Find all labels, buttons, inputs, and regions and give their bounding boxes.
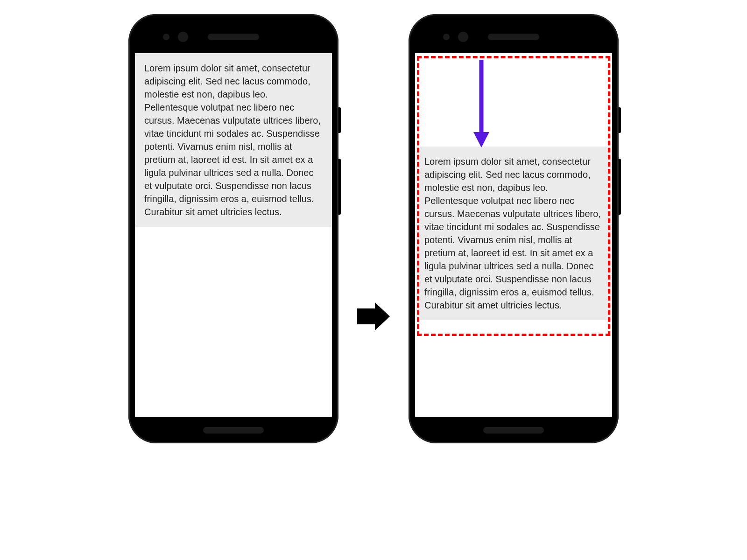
transition-arrow-icon [357,300,390,335]
phone-screen-before[interactable]: Lorem ipsum dolor sit amet, consectetur … [135,53,332,417]
phone-bottom-bezel [415,417,612,437]
phone-top-bezel [415,21,612,53]
sensor-dot-icon [163,34,169,40]
scroll-down-arrow-icon [472,60,491,150]
phone-screen-after[interactable]: Lorem ipsum dolor sit amet, consectetur … [415,53,612,417]
phone-before: Lorem ipsum dolor sit amet, consectetur … [128,14,338,443]
camera-dot-icon [458,32,468,42]
svg-marker-0 [357,302,390,330]
volume-button-bottom [619,159,621,215]
phone-bottom-bezel [135,417,332,437]
phone-top-bezel [135,21,332,53]
svg-marker-2 [473,132,489,147]
home-indicator-icon [483,427,544,434]
phone-after: Lorem ipsum dolor sit amet, consectetur … [409,14,619,443]
home-indicator-icon [203,427,264,434]
sensor-dot-icon [443,34,450,40]
camera-dot-icon [178,32,188,42]
volume-button-top [619,107,621,133]
content-text-block-shifted: Lorem ipsum dolor sit amet, consectetur … [415,147,612,320]
volume-button-top [338,107,341,133]
lorem-text: Lorem ipsum dolor sit amet, consectetur … [424,156,601,310]
content-text-block: Lorem ipsum dolor sit amet, consectetur … [135,53,332,227]
speaker-grille-icon [488,34,539,40]
volume-button-bottom [338,159,341,215]
scroll-diagram: Lorem ipsum dolor sit amet, consectetur … [128,14,619,443]
speaker-grille-icon [208,34,259,40]
lorem-text: Lorem ipsum dolor sit amet, consectetur … [144,63,321,217]
